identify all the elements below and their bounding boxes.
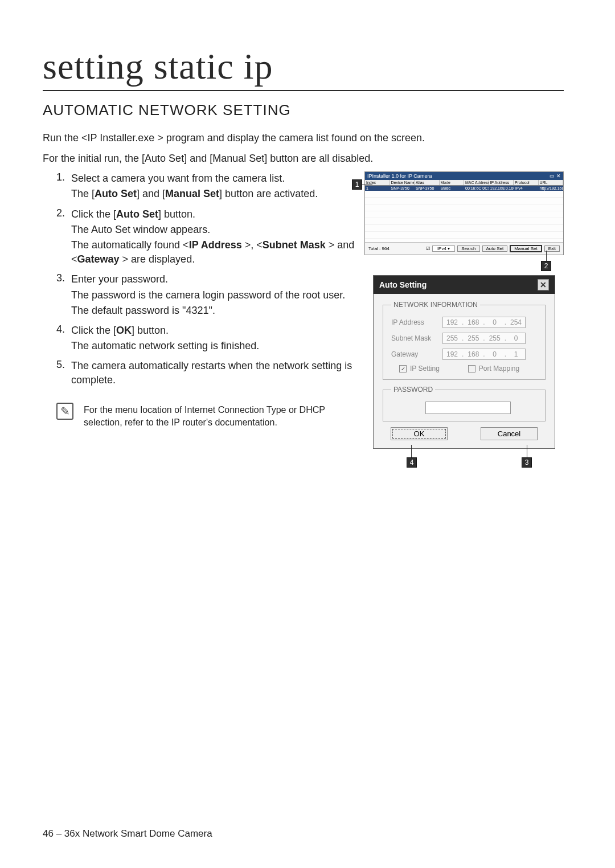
- ip-address-field[interactable]: 192. 168. 0. 254: [442, 317, 526, 328]
- password-input[interactable]: [425, 402, 511, 414]
- callout-1: 1: [352, 179, 362, 190]
- label-gateway: Gateway: [391, 350, 442, 358]
- step-1-head: Select a camera you want from the camera…: [71, 173, 285, 184]
- step-3-head: Enter your password.: [71, 273, 168, 285]
- installer-columns: Index Device Name Alias Mode MAC Address…: [365, 180, 563, 186]
- ipv-select[interactable]: IPv4 ▾: [432, 245, 455, 252]
- step-number: 5.: [56, 359, 71, 387]
- close-icon[interactable]: ✕: [538, 279, 549, 290]
- callout-line: [546, 251, 547, 261]
- figure-auto-setting-dialog: Auto Setting ✕ NETWORK INFORMATION IP Ad…: [373, 275, 555, 449]
- ip-setting-checkbox[interactable]: ✓: [399, 365, 407, 372]
- label-ip-address: IP Address: [391, 318, 442, 326]
- label-subnet-mask: Subnet Mask: [391, 334, 442, 342]
- ip-setting-label: IP Setting: [410, 365, 440, 372]
- gateway-field[interactable]: 192. 168. 0. 1: [442, 349, 526, 360]
- callout-line: [411, 445, 412, 457]
- ok-button[interactable]: OK: [391, 427, 448, 440]
- subnet-mask-field[interactable]: 255. 255. 255. 0: [442, 333, 526, 344]
- installer-title: IPInstaller 1.0 for IP Camera: [367, 173, 432, 179]
- step-number: 1.: [56, 171, 71, 201]
- callout-3: 3: [522, 457, 532, 468]
- step-2-sub2: The automatically found <IP Address >, <…: [71, 238, 359, 267]
- step-1-sub: The [Auto Set] and [Manual Set] button a…: [71, 187, 359, 201]
- installer-selected-row[interactable]: 1 SNP-3750 SNP-3750 Static 00:16:6C:0C:6…: [365, 186, 563, 191]
- cancel-button[interactable]: Cancel: [481, 427, 538, 440]
- intro-line-2: For the initial run, the [Auto Set] and …: [43, 151, 564, 166]
- step-3-sub1: The password is the camera login passwor…: [71, 288, 359, 302]
- note-icon: ✎: [56, 403, 73, 420]
- search-button[interactable]: Search: [457, 245, 479, 252]
- group-network-info: NETWORK INFORMATION: [391, 301, 480, 309]
- step-4-head: Click the [OK] button.: [71, 325, 169, 336]
- callout-line: [362, 185, 372, 185]
- intro-line-1: Run the <IP Installer.exe > program and …: [43, 130, 564, 145]
- step-4-sub: The automatic network setting is finishe…: [71, 339, 359, 353]
- note-text: For the menu location of Internet Connec…: [84, 403, 359, 429]
- page-title: setting static ip: [43, 46, 564, 91]
- dialog-title: Auto Setting: [379, 280, 427, 289]
- step-number: 3.: [56, 272, 71, 318]
- installer-total: Total : 964: [368, 246, 390, 251]
- step-number: 2.: [56, 207, 71, 267]
- group-password: PASSWORD: [391, 386, 435, 394]
- step-2-sub1: The Auto Set window appears.: [71, 223, 359, 237]
- window-controls-icon: ▭ ✕: [550, 173, 561, 179]
- callout-2: 2: [541, 261, 551, 271]
- figure-ip-installer: 1 IPInstaller 1.0 for IP Camera ▭ ✕ Inde…: [364, 171, 564, 255]
- section-heading: AUTOMATIC NETWORK SETTING: [43, 101, 564, 119]
- step-number: 4.: [56, 324, 71, 353]
- port-mapping-checkbox[interactable]: [468, 365, 475, 372]
- manual-set-button[interactable]: Manual Set: [510, 245, 542, 252]
- step-5-head: The camera automatically restarts when t…: [71, 360, 352, 386]
- page-footer: 46 – 36x Network Smart Dome Camera: [43, 828, 212, 840]
- callout-line: [527, 445, 527, 457]
- callout-4: 4: [407, 457, 417, 468]
- step-3-sub2: The default password is "4321".: [71, 304, 359, 318]
- port-mapping-label: Port Mapping: [479, 365, 519, 372]
- auto-set-button[interactable]: Auto Set: [482, 245, 508, 252]
- step-2-head: Click the [Auto Set] button.: [71, 208, 195, 220]
